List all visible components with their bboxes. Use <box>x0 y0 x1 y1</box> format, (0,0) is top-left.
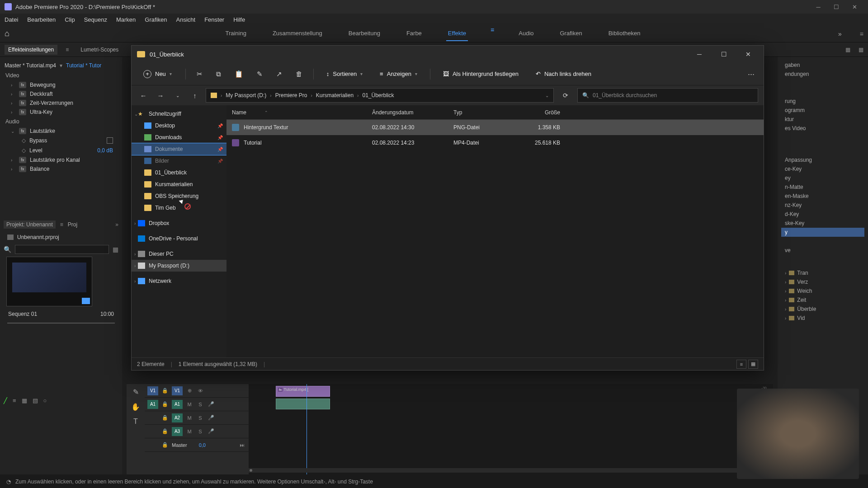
menu-bearbeiten[interactable]: Bearbeiten <box>27 16 56 23</box>
level-value[interactable]: 0,0 dB <box>97 147 113 154</box>
skip-icon[interactable]: ⏭ <box>238 441 246 449</box>
fx-deckkraft[interactable]: Deckkraft <box>30 91 53 97</box>
pen-tool-icon[interactable]: ✎ <box>133 388 139 396</box>
sidebar-dieser-pc[interactable]: ›Dieser PC <box>132 248 226 260</box>
sequence-thumbnail[interactable] <box>6 257 92 306</box>
explorer-minimize-button[interactable]: ─ <box>689 46 709 63</box>
sidebar-tim[interactable]: Tim Geb <box>132 202 226 214</box>
menu-sequenz[interactable]: Sequenz <box>84 16 107 23</box>
more-icon[interactable]: ⋯ <box>745 67 757 81</box>
sort-button[interactable]: ↕Sortieren▾ <box>322 68 367 80</box>
menu-clip[interactable]: Clip <box>65 16 75 23</box>
copy-icon[interactable]: ⧉ <box>213 67 224 81</box>
solo-button[interactable]: S <box>196 400 204 408</box>
playhead[interactable] <box>307 384 307 474</box>
solo-button[interactable]: S <box>196 427 204 436</box>
ws-grafiken[interactable]: Grafiken <box>558 26 584 41</box>
paste-icon[interactable]: 📋 <box>232 67 246 81</box>
breadcrumb-item[interactable]: My Passport (D:) <box>226 92 266 99</box>
tab-projekt[interactable]: Projekt: Unbenannt <box>4 221 56 229</box>
delete-icon[interactable]: 🗑 <box>293 67 305 80</box>
maximize-button[interactable]: ☐ <box>827 0 845 14</box>
voice-icon[interactable]: 🎤 <box>207 414 215 422</box>
ritem[interactable]: ce-Key <box>781 164 864 174</box>
sync-lock-icon[interactable]: ⊕ <box>185 387 193 395</box>
folder-item[interactable]: Weich <box>797 288 812 294</box>
ritem[interactable]: en-Maske <box>781 192 864 201</box>
breadcrumb-dropdown-icon[interactable]: ⌄ <box>545 93 549 98</box>
tab-lumetri-scopes[interactable]: Lumetri-Scopes <box>77 45 122 55</box>
lock-icon[interactable]: 🔒 <box>161 441 169 449</box>
explorer-titlebar[interactable]: 01_Überblick ─ ☐ ✕ <box>132 46 764 63</box>
panel-icon-2[interactable]: ▦ <box>859 47 863 53</box>
folder-item[interactable]: Tran <box>797 270 808 276</box>
panel-overflow-icon[interactable]: » <box>115 221 118 228</box>
ws-effekte[interactable]: Effekte <box>446 26 468 41</box>
fx-lautstaerke[interactable]: Lautstärke <box>30 128 55 134</box>
fx-zeit[interactable]: Zeit-Verzerrungen <box>30 100 73 106</box>
ritem[interactable]: ey <box>781 174 864 183</box>
tab-menu-icon[interactable]: ≡ <box>66 47 69 53</box>
column-size[interactable]: Größe <box>516 109 566 116</box>
ritem[interactable]: gaben <box>781 61 864 70</box>
ws-bearbeitung[interactable]: Bearbeitung <box>347 26 382 41</box>
fx-balance[interactable]: Balance <box>30 166 49 172</box>
share-icon[interactable]: ↗ <box>274 67 285 81</box>
fx-level[interactable]: Level <box>29 147 42 154</box>
menu-marken[interactable]: Marken <box>116 16 136 23</box>
new-button[interactable]: + Neu ▾ <box>138 67 177 81</box>
lock-icon[interactable]: 🔒 <box>161 414 169 422</box>
ws-training[interactable]: Training <box>223 26 248 41</box>
mute-button[interactable]: M <box>185 400 193 408</box>
panel-icon-1[interactable]: ▦ <box>845 47 850 53</box>
bypass-checkbox[interactable] <box>107 137 113 144</box>
fx-ultrakey[interactable]: Ultra-Key <box>30 109 52 115</box>
tab-proj2[interactable]: Proj <box>68 221 77 228</box>
voice-icon[interactable]: 🎤 <box>207 427 215 436</box>
details-view-icon[interactable]: ≡ <box>736 360 746 369</box>
explorer-search[interactable]: 🔍 01_Überblick durchsuchen <box>577 88 758 103</box>
ws-bibliotheken[interactable]: Bibliotheken <box>607 26 642 41</box>
sidebar-my-passport[interactable]: ›My Passport (D:) <box>132 260 226 272</box>
back-button[interactable]: ← <box>137 89 150 102</box>
track-a2[interactable]: A2 <box>172 413 183 422</box>
column-type[interactable]: Typ <box>448 109 516 116</box>
menu-grafiken[interactable]: Grafiken <box>145 16 167 23</box>
ws-audio[interactable]: Audio <box>517 26 535 41</box>
menu-ansicht[interactable]: Ansicht <box>176 16 195 23</box>
project-search-input[interactable] <box>15 245 109 254</box>
ws-overflow-icon[interactable]: » <box>838 30 842 38</box>
menu-fenster[interactable]: Fenster <box>204 16 224 23</box>
track-v1-src[interactable]: V1 <box>147 386 158 395</box>
up-button[interactable]: ↑ <box>189 89 201 102</box>
sidebar-ueberblick[interactable]: 01_Überblick <box>132 167 226 178</box>
freeform-view-icon[interactable]: ▦ <box>22 397 27 404</box>
file-row-hintergrund[interactable]: Hintergrund Textur 02.08.2022 14:30 PNG-… <box>226 120 764 135</box>
track-v1[interactable]: V1 <box>172 386 183 395</box>
explorer-close-button[interactable]: ✕ <box>738 46 758 63</box>
ws-menu-icon[interactable]: ≡ <box>491 26 494 41</box>
breadcrumb-item[interactable]: Kursmaterialien <box>316 92 354 99</box>
sidebar-netzwerk[interactable]: ›Netzwerk <box>132 275 226 287</box>
voice-icon[interactable]: 🎤 <box>207 400 215 408</box>
timeline-tracks-area[interactable]: fx Tutorial.mp4 [ <box>249 384 773 474</box>
sidebar-schnellzugriff[interactable]: ⌄★Schnellzugriff <box>132 108 226 120</box>
new-bin-icon[interactable]: ▧ <box>33 397 38 404</box>
breadcrumb[interactable]: › My Passport (D:) › Premiere Pro › Kurs… <box>206 88 554 103</box>
sidebar-dokumente[interactable]: Dokumente📌 <box>132 143 226 155</box>
ritem[interactable]: Anpassung <box>781 155 864 164</box>
recent-dropdown-icon[interactable]: ⌄ <box>171 89 184 102</box>
mute-button[interactable]: M <box>185 427 193 436</box>
scrollbar-handle[interactable] <box>250 469 252 472</box>
sidebar-downloads[interactable]: Downloads📌 <box>132 131 226 143</box>
set-background-button[interactable]: 🖼Als Hintergrund festlegen <box>439 68 523 80</box>
sidebar-desktop[interactable]: Desktop📌 <box>132 120 226 131</box>
master-value[interactable]: 0,0 <box>199 442 206 448</box>
close-button[interactable]: ✕ <box>845 0 863 14</box>
home-icon[interactable]: ⌂ <box>5 29 9 38</box>
sidebar-obs[interactable]: OBS Speicherung <box>132 190 226 202</box>
file-row-tutorial[interactable]: Tutorial 02.08.2022 14:23 MP4-Datei 25.6… <box>226 135 764 150</box>
cut-icon[interactable]: ✂ <box>194 67 205 81</box>
ritem[interactable]: es Video <box>781 124 864 133</box>
new-item-icon[interactable]: ○ <box>43 397 47 404</box>
